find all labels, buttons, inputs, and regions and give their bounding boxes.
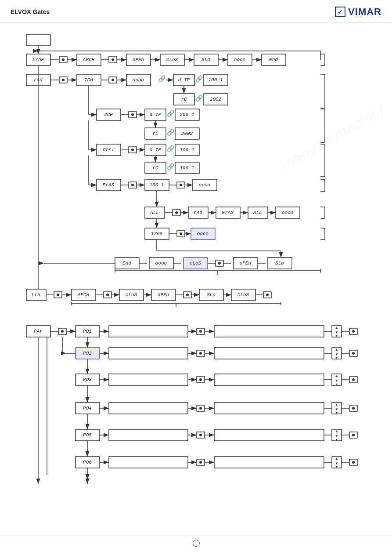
dot-po1-end bbox=[352, 330, 355, 333]
po2-label: PO2 bbox=[83, 351, 92, 356]
dot-15 bbox=[266, 294, 269, 296]
dot-12 bbox=[57, 294, 59, 296]
rc-label-1: rC bbox=[181, 97, 187, 102]
dot-po3-end bbox=[352, 378, 355, 381]
vimar-check-icon: ✓ bbox=[335, 7, 345, 17]
down-arrow-po3: ▼ bbox=[335, 379, 338, 383]
ich-label: ICH bbox=[84, 77, 93, 83]
dip-label-1: d IP bbox=[178, 77, 190, 83]
ctrl-label: Ctrl bbox=[103, 147, 114, 152]
all-label-2: ALL bbox=[253, 210, 262, 215]
po1-val-box-2 bbox=[214, 326, 324, 337]
label-1001-3: 100 1 bbox=[180, 165, 194, 170]
po6-val-box-2 bbox=[214, 457, 324, 468]
top-input-box bbox=[26, 35, 50, 45]
vimar-logo: ✓ VIMAR bbox=[335, 6, 381, 18]
brand-title: ELVOX Gates bbox=[11, 8, 50, 15]
clos-label-2: cLoS bbox=[190, 261, 201, 266]
dot-13 bbox=[106, 294, 109, 296]
dot-po1 bbox=[199, 330, 202, 333]
po6-label: PO6 bbox=[83, 460, 92, 465]
up-arrow-po3: ▲ bbox=[335, 374, 338, 378]
po2-val-box-2 bbox=[214, 348, 324, 359]
link-icon-4: 🔗 bbox=[167, 110, 175, 117]
po3-val-box-2 bbox=[214, 374, 324, 385]
dot-po6-end bbox=[352, 461, 355, 464]
clos-label-1: cLoS bbox=[166, 57, 178, 62]
oooo-label-1: oooo bbox=[234, 57, 245, 62]
apch-label-2: APCH bbox=[77, 292, 90, 297]
open-label-2: oPEn bbox=[240, 261, 251, 266]
link-icon-7: 🔗 bbox=[167, 163, 175, 170]
lrne-label: LrnE bbox=[32, 57, 44, 62]
dot-4 bbox=[111, 79, 114, 81]
dot-po4-end bbox=[352, 407, 355, 410]
rc-label-2: rC bbox=[152, 131, 158, 136]
header: ELVOX Gates ✓ VIMAR bbox=[0, 0, 392, 22]
up-arrow-po2: ▲ bbox=[335, 348, 338, 352]
vimar-text: VIMAR bbox=[348, 6, 381, 18]
po4-val-box-2 bbox=[214, 403, 324, 414]
dot-1 bbox=[62, 58, 65, 61]
dot-po5 bbox=[199, 434, 202, 436]
dot-8 bbox=[180, 184, 182, 186]
up-arrow-po1: ▲ bbox=[335, 326, 338, 330]
po1-label: PO1 bbox=[83, 329, 92, 334]
dot-po5-end bbox=[352, 434, 355, 436]
label-1001-4: 100 1 bbox=[149, 182, 164, 188]
watermark: manualemachine.com bbox=[278, 82, 383, 175]
footer bbox=[0, 536, 392, 548]
up-arrow-po6: ▲ bbox=[335, 457, 338, 461]
clos-label-3: cLoS bbox=[126, 292, 137, 297]
apch-label-1: APCH bbox=[83, 57, 95, 62]
tri-arrow-po3: ▼ bbox=[335, 383, 338, 386]
po5-val-box bbox=[109, 429, 188, 441]
down-arrow-po6: ▼ bbox=[335, 461, 338, 465]
oooo-label-2: oooo bbox=[199, 182, 210, 188]
label-2002-1: 2002 bbox=[210, 97, 222, 102]
open-label-3: oPEn bbox=[158, 292, 169, 297]
end-label-1: End bbox=[269, 57, 278, 62]
tri-arrow-po1: ▼ bbox=[335, 334, 338, 337]
up-arrow-po5: ▲ bbox=[335, 429, 338, 433]
dot-5 bbox=[131, 113, 134, 116]
slo-label-2: SLo bbox=[275, 261, 284, 266]
down-arrow-po2: ▼ bbox=[335, 352, 338, 356]
oooo-label-1200: oooo bbox=[197, 231, 209, 236]
down-arrow-po5: ▼ bbox=[335, 434, 338, 438]
down-arrow-po4: ▼ bbox=[335, 407, 338, 411]
all-label-1: ALL bbox=[150, 210, 159, 215]
label-1001-1: 100 1 bbox=[208, 77, 223, 83]
label-1001-2: 100 1 bbox=[180, 147, 194, 152]
dot-9 bbox=[175, 211, 178, 214]
rad-label-2: rAd bbox=[194, 210, 202, 215]
dot-7 bbox=[131, 184, 134, 186]
po5-label: PO5 bbox=[83, 432, 92, 438]
po1-val-box bbox=[109, 326, 188, 337]
po6-val-box bbox=[109, 457, 188, 468]
link-icon-5: 🔗 bbox=[167, 129, 175, 136]
po4-val-box bbox=[109, 403, 188, 414]
open-label-1: oPEn bbox=[133, 57, 144, 62]
po2-val-box bbox=[109, 348, 188, 359]
tri-arrow-po6: ▼ bbox=[335, 465, 338, 468]
eras-label-2: ErAS bbox=[222, 210, 234, 215]
dot-po6 bbox=[199, 461, 202, 464]
clos-label-4: cLoS bbox=[237, 292, 249, 297]
tri-arrow-po2: ▼ bbox=[335, 356, 338, 359]
page-indicator bbox=[193, 540, 200, 547]
lrn-label: Lrn bbox=[32, 292, 40, 297]
dot-po3 bbox=[199, 378, 202, 381]
po3-label: PO3 bbox=[83, 377, 92, 382]
dot-po4 bbox=[199, 407, 202, 410]
link-icon-6: 🔗 bbox=[167, 145, 175, 152]
dot-2 bbox=[111, 58, 114, 61]
dot-10 bbox=[180, 232, 182, 235]
label-2001-1: 200 1 bbox=[180, 112, 194, 117]
label-1200: 1200 bbox=[151, 231, 163, 236]
link-icon-2: 🔗 bbox=[195, 75, 203, 83]
dot-po2 bbox=[199, 352, 202, 355]
tri-arrow-po5: ▼ bbox=[335, 438, 338, 441]
dot-11 bbox=[218, 262, 221, 265]
slo-label-1: SLO bbox=[201, 57, 210, 62]
